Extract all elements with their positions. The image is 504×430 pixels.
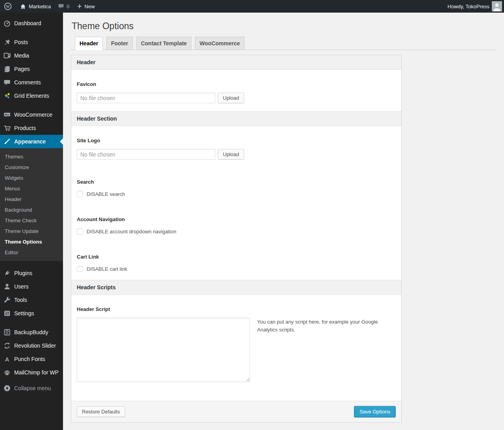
- menu-spacer: [0, 13, 63, 17]
- submenu-item-themes[interactable]: Themes: [0, 151, 63, 162]
- favicon-upload-button[interactable]: Upload: [218, 93, 244, 103]
- header-script-textarea[interactable]: [77, 318, 250, 382]
- tab-woocommerce[interactable]: WooCommerce: [195, 37, 245, 50]
- submenu-item-widgets[interactable]: Widgets: [0, 173, 63, 183]
- sidebar-item-label: MailChimp for WP: [14, 369, 59, 376]
- sidebar-item-grid-elements[interactable]: Grid Elements: [0, 89, 63, 102]
- plus-icon: [77, 4, 82, 9]
- header-script-help: You can put any script here, for example…: [257, 318, 379, 382]
- disable-cart-link-checkbox[interactable]: [77, 266, 83, 272]
- brush-icon: [3, 138, 11, 145]
- restore-defaults-button[interactable]: Restore Defaults: [77, 406, 125, 417]
- sidebar-item-revolution-slider[interactable]: Revolution Slider: [0, 339, 63, 352]
- site-logo-upload-button[interactable]: Upload: [218, 149, 244, 160]
- sidebar-item-plugins[interactable]: Plugins: [0, 266, 63, 280]
- submenu-item-menus[interactable]: Menus: [0, 183, 63, 194]
- media-icon: [3, 52, 11, 60]
- comments-shortcut[interactable]: 0: [54, 0, 73, 13]
- section-header-scripts: Header Scripts: [71, 280, 401, 295]
- header-script-field: Header Script You can put any script her…: [71, 295, 401, 401]
- sidebar-item-label: Tools: [14, 297, 27, 303]
- collapse-menu-label: Collapse menu: [14, 385, 51, 391]
- sidebar-item-label: Comments: [14, 79, 41, 86]
- sidebar-item-label: Punch Fonts: [14, 356, 45, 362]
- sidebar-item-punch-fonts[interactable]: A Punch Fonts: [0, 352, 63, 366]
- site-logo-field: Site Logo Upload Search DISABLE search A…: [71, 126, 401, 280]
- letter-a-icon: A: [3, 356, 11, 363]
- disable-cart-link-label[interactable]: DISABLE cart link: [87, 266, 127, 272]
- sidebar-item-backupbuddy[interactable]: BackupBuddy: [0, 326, 63, 339]
- submenu-item-header[interactable]: Header: [0, 194, 63, 205]
- sidebar-item-label: BackupBuddy: [14, 329, 48, 335]
- section-header: Header: [71, 55, 401, 70]
- sidebar-item-woocommerce[interactable]: Woo WooCommerce: [0, 108, 63, 121]
- cart-icon: [3, 124, 11, 132]
- disable-search-checkbox[interactable]: [77, 191, 83, 197]
- sidebar-item-pages[interactable]: Pages: [0, 62, 63, 76]
- woocommerce-badge-icon: Woo: [3, 111, 11, 119]
- sidebar-item-label: Dashboard: [14, 20, 41, 26]
- sidebar-item-label: Grid Elements: [14, 93, 49, 99]
- sidebar-item-posts[interactable]: Posts: [0, 35, 63, 49]
- sidebar-item-dashboard[interactable]: Dashboard: [0, 17, 63, 30]
- submenu-item-background[interactable]: Background: [0, 205, 63, 215]
- disable-account-nav-checkbox[interactable]: [77, 228, 83, 235]
- panel-footer: Restore Defaults Save Options: [71, 401, 401, 422]
- main-content: Theme Options Header Footer Contact Temp…: [63, 13, 504, 430]
- site-name-link[interactable]: Marketica: [16, 0, 54, 13]
- section-header-section: Header Section: [71, 111, 401, 126]
- menu-separator: [0, 102, 63, 108]
- sidebar-item-products[interactable]: Products: [0, 121, 63, 135]
- site-logo-label: Site Logo: [77, 126, 396, 143]
- sidebar-item-settings[interactable]: Settings: [0, 307, 63, 320]
- user-icon: [3, 283, 11, 290]
- comments-count: 0: [67, 4, 69, 9]
- appearance-submenu: Themes Customize Widgets Menus Header Ba…: [0, 148, 63, 261]
- monkey-icon: [3, 369, 11, 376]
- collapse-menu-button[interactable]: Collapse menu: [0, 382, 63, 395]
- pages-icon: [3, 65, 11, 73]
- wordpress-logo-icon: W: [4, 2, 12, 10]
- collapse-arrow-icon: [3, 384, 11, 392]
- wordpress-menu-button[interactable]: W: [0, 0, 16, 13]
- sidebar-item-mailchimp[interactable]: MailChimp for WP: [0, 366, 63, 379]
- sidebar-item-media[interactable]: Media: [0, 49, 63, 62]
- submenu-item-theme-update[interactable]: Theme Update: [0, 226, 63, 236]
- admin-bar: W Marketica 0 New Howdy, TokoPress: [0, 0, 504, 13]
- sidebar-item-label: Pages: [14, 66, 30, 72]
- submenu-item-customize[interactable]: Customize: [0, 162, 63, 173]
- home-icon: [20, 3, 26, 10]
- site-logo-file-input[interactable]: [77, 149, 215, 160]
- sidebar-item-label: Settings: [14, 310, 34, 316]
- admin-sidebar: Dashboard Posts Media Pages Comments: [0, 13, 63, 430]
- refresh-arrows-icon: [3, 342, 11, 350]
- submenu-item-theme-options[interactable]: Theme Options: [0, 236, 63, 247]
- disable-account-nav-label[interactable]: DISABLE account dropdown navigation: [87, 229, 176, 235]
- new-label: New: [85, 4, 95, 9]
- sidebar-item-users[interactable]: Users: [0, 280, 63, 293]
- sidebar-item-label: Appearance: [14, 138, 46, 145]
- disable-search-label[interactable]: DISABLE search: [87, 191, 125, 197]
- svg-text:W: W: [6, 4, 10, 9]
- dashboard-icon: [3, 19, 11, 27]
- submenu-item-theme-check[interactable]: Theme Check: [0, 215, 63, 226]
- pin-icon: [3, 38, 11, 46]
- avatar: [492, 1, 502, 11]
- sidebar-item-appearance[interactable]: Appearance: [0, 135, 63, 148]
- sidebar-item-comments[interactable]: Comments: [0, 76, 63, 89]
- submenu-item-editor[interactable]: Editor: [0, 247, 63, 258]
- favicon-file-input[interactable]: [77, 93, 215, 103]
- comment-bubble-icon: [58, 3, 64, 9]
- tab-contact-template[interactable]: Contact Template: [136, 37, 191, 50]
- sliders-icon: [3, 309, 11, 317]
- my-account-menu[interactable]: Howdy, TokoPress: [444, 0, 504, 13]
- new-content-button[interactable]: New: [73, 0, 98, 13]
- save-options-button[interactable]: Save Options: [354, 406, 396, 417]
- sidebar-item-label: Users: [14, 283, 29, 290]
- site-name: Marketica: [29, 4, 51, 9]
- tab-footer[interactable]: Footer: [106, 37, 133, 50]
- search-label: Search: [77, 168, 396, 185]
- tab-header[interactable]: Header: [75, 37, 103, 50]
- sidebar-item-tools[interactable]: Tools: [0, 293, 63, 307]
- page-title: Theme Options: [72, 20, 496, 32]
